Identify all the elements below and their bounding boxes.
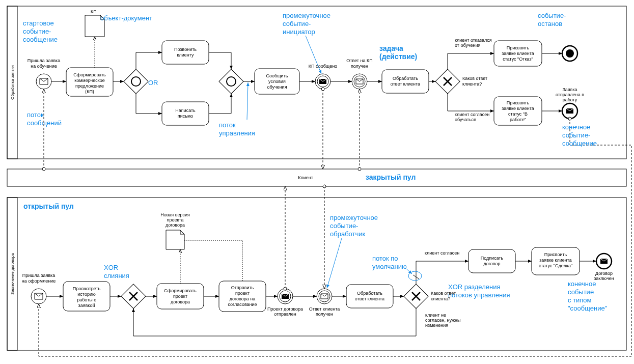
svg-text:клиенту: клиенту xyxy=(177,52,194,58)
task-inform: Сообщить условия обучения xyxy=(255,69,299,94)
svg-text:отправлен: отправлен xyxy=(274,312,296,317)
svg-text:(КП): (КП) xyxy=(85,89,94,94)
svg-text:работы с: работы с xyxy=(77,297,96,302)
svg-text:Присвоить: Присвоить xyxy=(544,252,567,257)
svg-text:КП сообщено: КП сообщено xyxy=(309,64,337,69)
svg-text:OR: OR xyxy=(148,79,158,87)
svg-text:проект: проект xyxy=(235,291,250,296)
svg-text:поток поумолчанию: поток поумолчанию xyxy=(372,255,407,270)
start-event-3: Пришла заявка на оформление xyxy=(22,273,56,304)
svg-text:обучения: обучения xyxy=(267,85,287,90)
svg-text:клиент согласен: клиент согласен xyxy=(455,112,489,117)
svg-text:Заявка: Заявка xyxy=(562,87,577,92)
svg-text:Ответ клиента: Ответ клиента xyxy=(309,306,340,312)
evt-project-sent: Проект договора отправлен xyxy=(267,289,303,317)
task-process-ans-3: Обработать ответ клиента xyxy=(346,285,393,308)
svg-text:XOR разделенияпотоков управлен: XOR разделенияпотоков управления xyxy=(448,283,510,299)
svg-text:открытый пул: открытый пул xyxy=(23,202,74,210)
svg-text:КП: КП xyxy=(91,9,97,14)
svg-rect-58 xyxy=(7,169,626,186)
bpmn-diagram: Обработка заявки КП Пришла заявка на обу… xyxy=(0,0,634,364)
svg-text:проект: проект xyxy=(173,294,187,299)
svg-text:Пришла заявка: Пришла заявка xyxy=(22,273,55,278)
task-send-project: Отправить проект договора на согласовани… xyxy=(219,281,266,312)
svg-text:договора на: договора на xyxy=(230,296,256,301)
gw-xor-merge-3 xyxy=(121,284,146,309)
doc-new-version: Новая версия проекта договора xyxy=(160,212,190,249)
svg-text:заявке клиента: заявке клиента xyxy=(502,51,534,56)
svg-text:работе": работе" xyxy=(510,117,526,122)
svg-text:Обработать: Обработать xyxy=(357,291,382,296)
svg-text:Сообщить: Сообщить xyxy=(266,73,288,78)
svg-text:Позвонить: Позвонить xyxy=(174,47,197,52)
svg-text:Просмотреть: Просмотреть xyxy=(73,286,101,291)
svg-text:стартовоесобытие-сообщение: стартовоесобытие-сообщение xyxy=(23,19,58,43)
svg-text:объект-документ: объект-документ xyxy=(100,14,152,22)
end-msg-1: Заявка отправлена в работу xyxy=(556,87,584,119)
svg-text:Присвоить: Присвоить xyxy=(507,100,530,105)
svg-text:Подписать: Подписать xyxy=(481,256,504,261)
task-call: Позвонить клиенту xyxy=(162,41,209,64)
svg-rect-12 xyxy=(124,69,148,94)
task-status-deal: Присвоить заявке клиента статус "Сделка" xyxy=(532,247,580,275)
evt-response: Ответ на КП получен xyxy=(346,58,372,89)
svg-text:заявке клиента: заявке клиента xyxy=(502,106,534,111)
svg-text:договора: договора xyxy=(171,299,190,304)
svg-point-49 xyxy=(566,49,574,58)
svg-text:заявкой: заявкой xyxy=(78,303,95,308)
svg-text:событие-останов: событие-останов xyxy=(538,12,566,27)
svg-text:Новая версия: Новая версия xyxy=(160,212,190,217)
svg-text:Сформировать: Сформировать xyxy=(164,288,197,293)
svg-text:конечноесобытие-сообщение: конечноесобытие-сообщение xyxy=(562,123,597,147)
task-form-project: Сформировать проект договора xyxy=(157,284,204,309)
svg-text:потоксообщений: потоксообщений xyxy=(27,111,62,127)
task-status-work: Присвоить заявке клиента статус "В работ… xyxy=(494,97,542,125)
svg-text:Присвоить: Присвоить xyxy=(507,45,530,50)
svg-text:Сформировать: Сформировать xyxy=(73,72,106,77)
svg-text:статус "В: статус "В xyxy=(508,111,528,117)
svg-text:промежуточноесобытие-обработчи: промежуточноесобытие-обработчик xyxy=(330,214,378,238)
gw-xor-1: Каков ответ клиента? xyxy=(435,69,487,94)
start-event-1: Пришла заявка на обучение xyxy=(27,58,60,89)
svg-text:клиент не: клиент не xyxy=(425,313,446,318)
svg-text:Договор: Договор xyxy=(595,271,613,276)
svg-text:получен: получен xyxy=(316,312,333,317)
svg-rect-20 xyxy=(219,69,243,94)
end-msg-3: Договор заключен xyxy=(594,254,614,281)
pool-3-label: Заключение договора xyxy=(10,253,15,295)
svg-text:предложение: предложение xyxy=(75,83,104,89)
task-sign: Подписать договор xyxy=(468,249,515,273)
svg-text:Ответ на КП: Ответ на КП xyxy=(346,58,372,63)
pool-2-closed: Клиент xyxy=(7,169,626,186)
svg-text:согласование: согласование xyxy=(228,302,257,307)
svg-text:промежуточноесобытие-инициатор: промежуточноесобытие-инициатор xyxy=(283,12,330,36)
task-view-history: Просмотреть историю работы с заявкой xyxy=(63,282,110,311)
svg-text:историю: историю xyxy=(77,292,96,297)
svg-text:XORслияния: XORслияния xyxy=(104,264,129,279)
svg-text:задача(действие): задача(действие) xyxy=(379,44,417,61)
svg-text:Обработать: Обработать xyxy=(393,76,418,81)
evt-kp-sent: КП сообщено xyxy=(309,64,337,89)
svg-text:Проект договора: Проект договора xyxy=(267,306,303,312)
pool-1-label: Обработка заявки xyxy=(10,65,15,99)
gw-or xyxy=(124,69,148,94)
svg-text:клиент отказался: клиент отказался xyxy=(455,38,492,43)
svg-text:Каков ответ: Каков ответ xyxy=(462,76,487,81)
svg-text:клиент согласен: клиент согласен xyxy=(425,250,459,256)
svg-text:Отправить: Отправить xyxy=(231,285,254,290)
svg-text:обучаться: обучаться xyxy=(455,117,476,122)
svg-text:договора: договора xyxy=(166,222,185,228)
svg-text:потокуправления: потокуправления xyxy=(219,121,255,137)
svg-text:статус "Сделка": статус "Сделка" xyxy=(539,263,572,268)
svg-text:на обучение: на обучение xyxy=(31,64,57,69)
task-process-ans-1: Обработать ответ клиента xyxy=(382,70,429,93)
svg-text:заключен: заключен xyxy=(594,276,614,281)
svg-text:работу: работу xyxy=(563,97,577,102)
svg-text:Пришла заявка: Пришла заявка xyxy=(27,58,60,63)
svg-text:клиента?: клиента? xyxy=(431,296,450,301)
end-terminate xyxy=(562,46,577,61)
svg-text:письмо: письмо xyxy=(178,114,193,119)
doc-kp: КП xyxy=(85,9,104,37)
svg-text:договор: договор xyxy=(483,261,500,266)
pool-2-label: Клиент xyxy=(298,175,313,180)
